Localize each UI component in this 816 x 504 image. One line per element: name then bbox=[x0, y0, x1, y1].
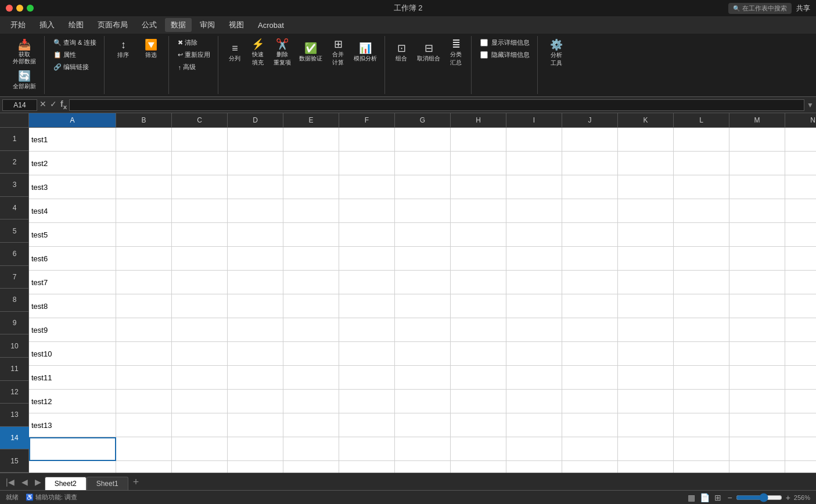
cell-J13[interactable] bbox=[562, 413, 618, 437]
cell-N9[interactable] bbox=[785, 318, 816, 342]
cell-G7[interactable] bbox=[395, 271, 451, 294]
cell-I6[interactable] bbox=[506, 247, 562, 271]
cell-L5[interactable] bbox=[674, 223, 729, 247]
cell-E3[interactable] bbox=[283, 175, 339, 199]
cell-D5[interactable] bbox=[228, 223, 283, 247]
zoom-in-button[interactable]: + bbox=[785, 493, 792, 502]
cell-L3[interactable] bbox=[674, 175, 729, 199]
cell-A4[interactable]: test4 bbox=[29, 199, 116, 223]
cell-I10[interactable] bbox=[506, 342, 562, 366]
cell-L8[interactable] bbox=[674, 294, 729, 318]
zoom-level[interactable]: 256% bbox=[794, 494, 810, 501]
cell-E1[interactable] bbox=[283, 128, 339, 152]
cell-M5[interactable] bbox=[729, 223, 785, 247]
cell-L6[interactable] bbox=[674, 247, 729, 271]
sheet-nav-next[interactable]: ▶ bbox=[31, 475, 45, 489]
cell-N5[interactable] bbox=[785, 223, 816, 247]
cell-D1[interactable] bbox=[228, 128, 283, 152]
cell-N1[interactable] bbox=[785, 128, 816, 152]
subtotal-button[interactable]: ≣ 分类汇总 bbox=[445, 37, 466, 69]
advanced-button[interactable]: ↑ 高级 bbox=[175, 62, 199, 73]
cell-B2[interactable] bbox=[116, 152, 172, 175]
cell-G12[interactable] bbox=[395, 390, 451, 413]
group-button[interactable]: ⊡ 组合 bbox=[391, 41, 412, 64]
cell-G11[interactable] bbox=[395, 366, 451, 390]
cell-reference-input[interactable] bbox=[2, 99, 37, 111]
clear-button[interactable]: ✖ 清除 bbox=[175, 37, 200, 48]
cell-M7[interactable] bbox=[729, 271, 785, 294]
menu-item-数据[interactable]: 数据 bbox=[165, 18, 192, 32]
cell-B7[interactable] bbox=[116, 271, 172, 294]
add-sheet-button[interactable]: + bbox=[128, 474, 144, 491]
cell-E12[interactable] bbox=[283, 390, 339, 413]
zoom-slider[interactable] bbox=[736, 493, 782, 502]
cell-H7[interactable] bbox=[451, 271, 506, 294]
sheet-nav-first[interactable]: |◀ bbox=[2, 475, 18, 489]
cell-K5[interactable] bbox=[618, 223, 674, 247]
cell-M10[interactable] bbox=[729, 342, 785, 366]
cell-A8[interactable]: test8 bbox=[29, 294, 116, 318]
cell-L11[interactable] bbox=[674, 366, 729, 390]
page-break-view-button[interactable]: ⊞ bbox=[714, 493, 721, 502]
cell-J5[interactable] bbox=[562, 223, 618, 247]
cell-A13[interactable]: test13 bbox=[29, 413, 116, 437]
cell-E15[interactable] bbox=[283, 461, 339, 473]
menu-item-Acrobat[interactable]: Acrobat bbox=[252, 19, 290, 31]
cell-C10[interactable] bbox=[172, 342, 228, 366]
filter-button[interactable]: 🔽 筛选 bbox=[138, 37, 164, 62]
cell-E13[interactable] bbox=[283, 413, 339, 437]
cancel-formula-icon[interactable]: ✕ bbox=[39, 99, 46, 110]
cell-L9[interactable] bbox=[674, 318, 729, 342]
col-header-J[interactable]: J bbox=[562, 113, 618, 127]
col-header-B[interactable]: B bbox=[116, 113, 172, 127]
col-header-K[interactable]: K bbox=[618, 113, 674, 127]
col-header-F[interactable]: F bbox=[339, 113, 395, 127]
cell-J6[interactable] bbox=[562, 247, 618, 271]
cell-H14[interactable] bbox=[451, 437, 506, 461]
menu-item-开始[interactable]: 开始 bbox=[5, 18, 31, 32]
row-header-6[interactable]: 6 bbox=[0, 243, 29, 266]
expand-formula-icon[interactable]: ▼ bbox=[807, 101, 814, 109]
cell-H4[interactable] bbox=[451, 199, 506, 223]
cell-J2[interactable] bbox=[562, 152, 618, 175]
cell-D13[interactable] bbox=[228, 413, 283, 437]
cell-I2[interactable] bbox=[506, 152, 562, 175]
cell-I5[interactable] bbox=[506, 223, 562, 247]
select-all-button[interactable] bbox=[0, 113, 29, 127]
cell-B9[interactable] bbox=[116, 318, 172, 342]
cell-K8[interactable] bbox=[618, 294, 674, 318]
row-header-12[interactable]: 12 bbox=[0, 381, 29, 404]
cell-I14[interactable] bbox=[506, 437, 562, 461]
cell-I1[interactable] bbox=[506, 128, 562, 152]
cell-E14[interactable] bbox=[283, 437, 339, 461]
cell-D4[interactable] bbox=[228, 199, 283, 223]
cell-E6[interactable] bbox=[283, 247, 339, 271]
data-validation-button[interactable]: ✅ 数据验证 bbox=[296, 41, 325, 64]
search-box[interactable]: 🔍 在工作表中搜索 bbox=[728, 3, 792, 14]
cell-B3[interactable] bbox=[116, 175, 172, 199]
cell-I15[interactable] bbox=[506, 461, 562, 473]
cell-D14[interactable] bbox=[228, 437, 283, 461]
cell-C13[interactable] bbox=[172, 413, 228, 437]
cell-M6[interactable] bbox=[729, 247, 785, 271]
cell-N10[interactable] bbox=[785, 342, 816, 366]
cell-B14[interactable] bbox=[116, 437, 172, 461]
formula-input[interactable] bbox=[69, 99, 804, 111]
row-header-8[interactable]: 8 bbox=[0, 289, 29, 312]
cell-J3[interactable] bbox=[562, 175, 618, 199]
sheet-nav-prev[interactable]: ◀ bbox=[18, 475, 31, 489]
col-header-M[interactable]: M bbox=[729, 113, 785, 127]
col-header-E[interactable]: E bbox=[283, 113, 339, 127]
cell-J12[interactable] bbox=[562, 390, 618, 413]
cell-A1[interactable]: test1 bbox=[29, 128, 116, 152]
cell-L2[interactable] bbox=[674, 152, 729, 175]
edit-links-button[interactable]: 🔗 编辑链接 bbox=[51, 62, 92, 73]
cell-C8[interactable] bbox=[172, 294, 228, 318]
cell-M8[interactable] bbox=[729, 294, 785, 318]
cell-L14[interactable] bbox=[674, 437, 729, 461]
cell-L7[interactable] bbox=[674, 271, 729, 294]
cell-E9[interactable] bbox=[283, 318, 339, 342]
cell-B15[interactable] bbox=[116, 461, 172, 473]
cell-H9[interactable] bbox=[451, 318, 506, 342]
col-header-D[interactable]: D bbox=[228, 113, 283, 127]
